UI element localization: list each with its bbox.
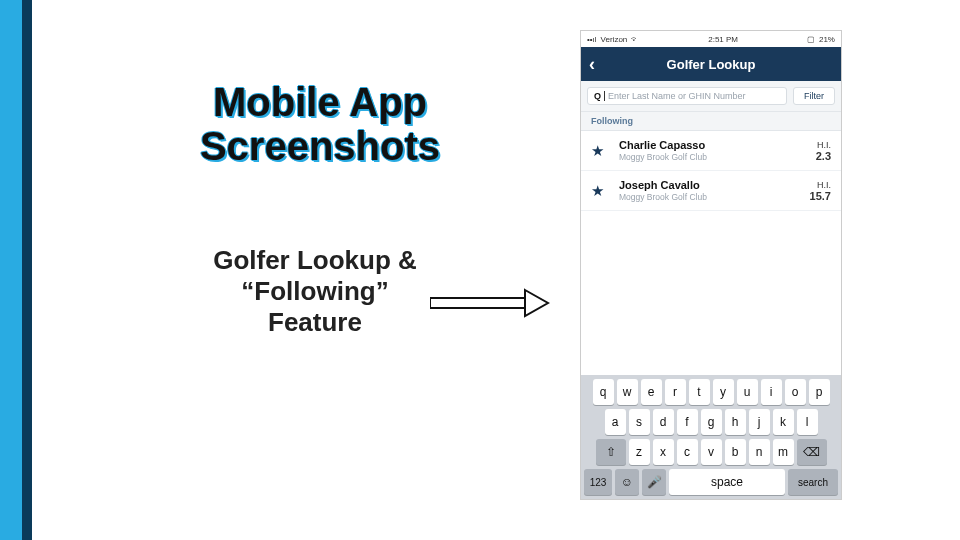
key-j[interactable]: j xyxy=(749,409,770,435)
key-p[interactable]: p xyxy=(809,379,830,405)
phone-mockup: ••ıl Verizon ᯤ 2:51 PM ▢ 21% ‹ Golfer Lo… xyxy=(580,30,842,500)
key-x[interactable]: x xyxy=(653,439,674,465)
text-cursor xyxy=(604,91,605,101)
status-bar: ••ıl Verizon ᯤ 2:51 PM ▢ 21% xyxy=(581,31,841,47)
key-c[interactable]: c xyxy=(677,439,698,465)
content-area xyxy=(581,211,841,375)
key-v[interactable]: v xyxy=(701,439,722,465)
filter-button[interactable]: Filter xyxy=(793,87,835,105)
star-icon[interactable]: ★ xyxy=(591,182,611,200)
golfer-name: Joseph Cavallo xyxy=(619,179,810,191)
key-n[interactable]: n xyxy=(749,439,770,465)
handicap-index: H.I. 15.7 xyxy=(810,180,831,202)
key-a[interactable]: a xyxy=(605,409,626,435)
slide-title: Mobile App Screenshots xyxy=(150,80,490,168)
key-o[interactable]: o xyxy=(785,379,806,405)
key-k[interactable]: k xyxy=(773,409,794,435)
key-z[interactable]: z xyxy=(629,439,650,465)
golfer-club: Moggy Brook Golf Club xyxy=(619,152,816,162)
clock-label: 2:51 PM xyxy=(708,35,738,44)
golfer-info: Charlie Capasso Moggy Brook Golf Club xyxy=(619,139,816,162)
mic-icon: 🎤 xyxy=(647,475,662,489)
keyboard-row: 123 ☺ 🎤 space search xyxy=(584,469,838,495)
slide-subtitle: Golfer Lookup & “Following” Feature xyxy=(200,245,430,339)
key-123[interactable]: 123 xyxy=(584,469,612,495)
keyboard-row: q w e r t y u i o p xyxy=(584,379,838,405)
accent-bar-dark xyxy=(22,180,32,360)
accent-bar-dark xyxy=(22,360,32,540)
accent-bar xyxy=(0,180,22,360)
key-backspace[interactable]: ⌫ xyxy=(797,439,827,465)
handicap-index: H.I. 2.3 xyxy=(816,140,831,162)
key-b[interactable]: b xyxy=(725,439,746,465)
key-r[interactable]: r xyxy=(665,379,686,405)
battery-label: 21% xyxy=(819,35,835,44)
wifi-icon: ᯤ xyxy=(631,35,639,44)
search-row: Q Enter Last Name or GHIN Number Filter xyxy=(581,81,841,112)
list-item[interactable]: ★ Joseph Cavallo Moggy Brook Golf Club H… xyxy=(581,171,841,211)
key-f[interactable]: f xyxy=(677,409,698,435)
key-g[interactable]: g xyxy=(701,409,722,435)
keyboard-row: a s d f g h j k l xyxy=(584,409,838,435)
key-y[interactable]: y xyxy=(713,379,734,405)
back-button[interactable]: ‹ xyxy=(589,55,595,73)
slide: Mobile App Screenshots Golfer Lookup & “… xyxy=(0,0,960,540)
golfer-name: Charlie Capasso xyxy=(619,139,816,151)
list-item[interactable]: ★ Charlie Capasso Moggy Brook Golf Club … xyxy=(581,131,841,171)
golfer-club: Moggy Brook Golf Club xyxy=(619,192,810,202)
arrow-icon xyxy=(430,288,550,318)
keyboard: q w e r t y u i o p a s d f g h j k l xyxy=(581,375,841,499)
nav-title: Golfer Lookup xyxy=(667,57,756,72)
key-m[interactable]: m xyxy=(773,439,794,465)
svg-rect-0 xyxy=(430,298,525,308)
key-shift[interactable]: ⇧ xyxy=(596,439,626,465)
star-icon[interactable]: ★ xyxy=(591,142,611,160)
following-section-label: Following xyxy=(581,112,841,131)
svg-marker-1 xyxy=(525,290,548,316)
key-w[interactable]: w xyxy=(617,379,638,405)
accent-bar xyxy=(0,0,22,180)
accent-bar xyxy=(0,360,22,540)
nav-bar: ‹ Golfer Lookup xyxy=(581,47,841,81)
key-search[interactable]: search xyxy=(788,469,838,495)
key-e[interactable]: e xyxy=(641,379,662,405)
accent-bar-dark xyxy=(22,0,32,180)
key-l[interactable]: l xyxy=(797,409,818,435)
search-icon: Q xyxy=(594,91,601,101)
key-q[interactable]: q xyxy=(593,379,614,405)
battery-icon: ▢ xyxy=(807,35,815,44)
key-space[interactable]: space xyxy=(669,469,785,495)
hi-value: 15.7 xyxy=(810,190,831,202)
key-s[interactable]: s xyxy=(629,409,650,435)
hi-label: H.I. xyxy=(816,140,831,150)
key-h[interactable]: h xyxy=(725,409,746,435)
keyboard-row: ⇧ z x c v b n m ⌫ xyxy=(584,439,838,465)
key-mic[interactable]: 🎤 xyxy=(642,469,666,495)
carrier-label: Verizon xyxy=(601,35,628,44)
key-u[interactable]: u xyxy=(737,379,758,405)
search-placeholder: Enter Last Name or GHIN Number xyxy=(608,91,746,101)
signal-icon: ••ıl xyxy=(587,35,597,44)
golfer-info: Joseph Cavallo Moggy Brook Golf Club xyxy=(619,179,810,202)
hi-label: H.I. xyxy=(810,180,831,190)
hi-value: 2.3 xyxy=(816,150,831,162)
key-i[interactable]: i xyxy=(761,379,782,405)
key-d[interactable]: d xyxy=(653,409,674,435)
key-emoji[interactable]: ☺ xyxy=(615,469,639,495)
search-input[interactable]: Q Enter Last Name or GHIN Number xyxy=(587,87,787,105)
key-t[interactable]: t xyxy=(689,379,710,405)
